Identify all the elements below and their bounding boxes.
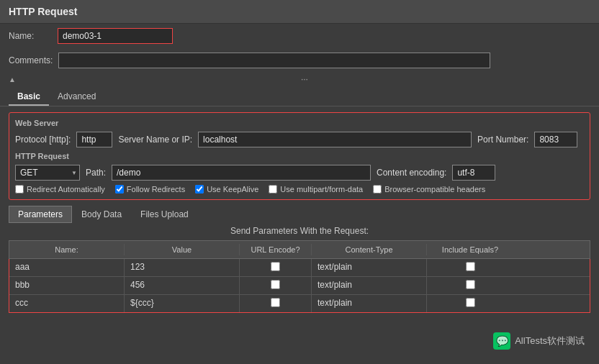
cell-name-0: aaa [9, 259, 125, 276]
browser-compat-label: Browser-compatible headers [384, 185, 485, 194]
sub-tab-parameters[interactable]: Parameters [9, 206, 72, 223]
comments-row: Comments: [0, 48, 599, 73]
keepalive-label: Use KeepAlive [207, 185, 258, 194]
comments-input[interactable] [58, 53, 490, 68]
table-row: aaa 123 text/plain [9, 259, 590, 277]
checkboxes-row: Redirect Automatically Follow Redirects … [15, 185, 584, 194]
title-bar: HTTP Request [0, 0, 599, 24]
http-request-title: HTTP Request [15, 152, 584, 160]
tab-basic[interactable]: Basic [9, 88, 49, 106]
method-wrapper: GET POST PUT DELETE [15, 165, 80, 181]
col-include-equals: Include Equals? [427, 244, 513, 255]
col-value: Value [125, 244, 240, 255]
redirect-auto-label: Redirect Automatically [27, 185, 105, 194]
cell-include-equals-0 [427, 259, 513, 276]
col-name: Name: [9, 244, 125, 255]
table-container: Name: Value URL Encode? Content-Type Inc… [9, 240, 590, 313]
cell-content-type-2: text/plain [312, 295, 427, 312]
protocol-label: Protocol [http]: [15, 135, 71, 145]
table-row: bbb 456 text/plain [9, 277, 590, 295]
main-tabs: Basic Advanced [0, 86, 599, 106]
watermark-text: AllTests软件测试 [515, 335, 585, 347]
cell-name-2: ccc [9, 295, 125, 312]
server-label: Server Name or IP: [118, 135, 192, 145]
multipart-checkbox[interactable] [269, 185, 277, 194]
cell-include-equals-1 [427, 277, 513, 294]
divider-row: ▲ ··· [0, 73, 599, 86]
follow-redirects-label: Follow Redirects [127, 185, 185, 194]
port-input[interactable] [534, 132, 577, 147]
redirect-auto-checkbox[interactable] [15, 185, 24, 194]
name-input[interactable] [58, 28, 173, 44]
checkbox-redirect-auto: Redirect Automatically [15, 185, 105, 194]
sub-tab-files-upload[interactable]: Files Upload [131, 206, 198, 223]
cell-url-encode-1 [240, 277, 312, 294]
name-label: Name: [9, 31, 52, 41]
params-header: Send Parameters With the Request: [0, 226, 599, 236]
page-title: HTTP Request [9, 6, 77, 17]
table-body: aaa 123 text/plain bbb 456 text/plain cc… [9, 259, 590, 313]
web-server-row: Protocol [http]: Server Name or IP: Port… [15, 132, 584, 147]
main-section: Web Server Protocol [http]: Server Name … [9, 112, 590, 200]
cell-content-type-0: text/plain [312, 259, 427, 276]
browser-compat-checkbox[interactable] [373, 185, 382, 194]
path-input[interactable] [112, 165, 371, 181]
cell-content-type-1: text/plain [312, 277, 427, 294]
include-equals-checkbox-2[interactable] [466, 298, 475, 307]
cell-value-2: ${ccc} [125, 295, 240, 312]
path-label: Path: [86, 168, 106, 178]
cell-url-encode-2 [240, 295, 312, 312]
cell-value-0: 123 [125, 259, 240, 276]
encoding-input[interactable] [452, 165, 495, 181]
checkbox-keepalive: Use KeepAlive [195, 185, 258, 194]
wechat-icon: 💬 [493, 332, 510, 350]
url-encode-checkbox-2[interactable] [271, 298, 280, 307]
include-equals-checkbox-1[interactable] [466, 280, 475, 289]
col-content-type: Content-Type [312, 244, 427, 255]
keepalive-checkbox[interactable] [195, 185, 204, 194]
cell-value-1: 456 [125, 277, 240, 294]
cell-url-encode-0 [240, 259, 312, 276]
follow-redirects-checkbox[interactable] [115, 185, 124, 194]
col-url-encode: URL Encode? [240, 244, 312, 255]
multipart-label: Use multipart/form-data [280, 185, 363, 194]
url-encode-checkbox-1[interactable] [271, 280, 280, 289]
checkbox-follow-redirects: Follow Redirects [115, 185, 185, 194]
table-header: Name: Value URL Encode? Content-Type Inc… [9, 240, 590, 259]
checkbox-browser-compat: Browser-compatible headers [373, 185, 485, 194]
collapse-icon[interactable]: ▲ [9, 76, 16, 83]
cell-name-1: bbb [9, 277, 125, 294]
comments-label: Comments: [9, 55, 53, 65]
url-encode-checkbox-0[interactable] [271, 262, 280, 271]
http-request-row: GET POST PUT DELETE Path: Content encodi… [15, 165, 584, 181]
checkbox-multipart: Use multipart/form-data [269, 185, 363, 194]
dots-separator: ··· [19, 74, 590, 84]
server-input[interactable] [198, 132, 472, 147]
sub-tab-body-data[interactable]: Body Data [72, 206, 131, 223]
web-server-title: Web Server [15, 119, 584, 127]
name-row: Name: [0, 24, 599, 48]
sub-tabs: Parameters Body Data Files Upload [9, 206, 590, 223]
method-select[interactable]: GET POST PUT DELETE [15, 165, 80, 181]
watermark: 💬 AllTests软件测试 [493, 332, 585, 350]
tab-advanced[interactable]: Advanced [49, 88, 104, 106]
protocol-input[interactable] [76, 132, 112, 147]
include-equals-checkbox-0[interactable] [466, 262, 475, 271]
table-row: ccc ${ccc} text/plain [9, 295, 590, 312]
port-label: Port Number: [477, 135, 528, 145]
cell-include-equals-2 [427, 295, 513, 312]
encoding-label: Content encoding: [377, 168, 446, 178]
